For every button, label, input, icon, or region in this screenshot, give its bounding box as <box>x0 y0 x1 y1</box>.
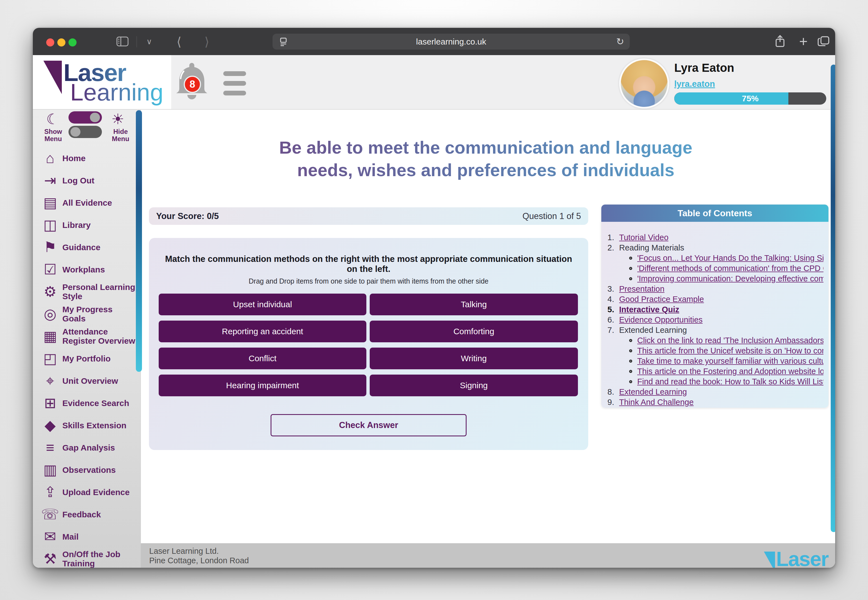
method-tile[interactable]: Writing <box>370 348 578 369</box>
sidebar-item[interactable]: ⌖ Unit Overview <box>33 370 141 392</box>
sidebar-item[interactable]: ◫ Library <box>33 214 141 236</box>
all-evidence-icon: ▤ <box>40 194 60 211</box>
zoom-window-button[interactable] <box>68 38 77 47</box>
avatar[interactable] <box>619 58 669 109</box>
toggle-knob <box>70 127 80 136</box>
toc-entry[interactable]: This article on the Fostering and Adopti… <box>607 366 824 377</box>
toc-entry-number: 6. <box>607 315 619 324</box>
sidebar-item[interactable]: ▥ Observations <box>33 459 141 481</box>
toc-entry[interactable]: 'Focus on... Let Your Hands Do the Talki… <box>607 253 824 263</box>
toc-entry[interactable]: 8. Extended Learning <box>607 387 824 397</box>
toc-entry[interactable]: 5. Interactive Quiz <box>607 305 824 315</box>
my-progress-goals-icon: ◎ <box>40 306 60 322</box>
share-icon[interactable] <box>771 28 789 55</box>
address-bar[interactable]: laserlearning.co.uk ↻ <box>273 34 630 50</box>
toc-entry[interactable]: 4. Good Practice Example <box>607 294 824 305</box>
toc-entry-text: Evidence Opportunities <box>619 315 703 324</box>
sidebar-item[interactable]: ☏ Feedback <box>33 503 141 526</box>
toc-entry[interactable]: 'Different methods of communication' fro… <box>607 263 824 274</box>
moon-icon: ☾ <box>46 111 59 127</box>
toc-entry-number: 5. <box>607 305 619 314</box>
progress-percent-label: 75% <box>674 92 826 105</box>
method-tile[interactable]: Talking <box>370 294 578 315</box>
sidebar-item[interactable]: ⌂ Home <box>33 147 141 169</box>
new-tab-button[interactable]: + <box>795 28 812 55</box>
sidebar-item[interactable]: ◰ My Portfolio <box>33 347 141 370</box>
page-scrollbar[interactable] <box>831 65 835 532</box>
sidebar-item[interactable]: ⇥ Log Out <box>33 169 141 191</box>
sidebar-item-label: Gap Analysis <box>60 443 135 452</box>
toc-entry-text: Find and read the book: How to Talk so K… <box>637 377 824 386</box>
sidebar-item[interactable]: ⚙ Personal Learning Style <box>33 280 141 303</box>
chevron-down-icon[interactable]: ∨ <box>144 28 155 55</box>
sidebar-item[interactable]: ▦ Attendance Register Overview <box>33 325 141 347</box>
sidebar-item-label: Mail <box>60 532 135 541</box>
notifications-button[interactable]: 8 <box>174 61 209 103</box>
quiz-hint: Drag and Drop items from one side to pai… <box>160 277 577 285</box>
toc-title: Table of Contents <box>601 205 829 222</box>
sidebar-item[interactable]: ▤ All Evidence <box>33 191 141 214</box>
sidebar-item[interactable]: ☑ Workplans <box>33 258 141 280</box>
onoff-the-job-training-icon: ⚒ <box>40 550 60 567</box>
toc-entry-text: Extended Learning <box>619 387 687 397</box>
check-answer-button[interactable]: Check Answer <box>270 414 467 436</box>
user-profile-link[interactable]: lyra.eaton <box>674 79 715 89</box>
guidance-icon: ⚑ <box>40 239 60 256</box>
page-footer: Laser Learning Ltd. Pine Cottage, London… <box>141 543 835 568</box>
toc-entry[interactable]: 2. Reading Materials <box>607 243 824 253</box>
sidebar-item[interactable]: ✉ Mail <box>33 526 141 548</box>
sidebar-item[interactable]: ⇪ Upload Evidence <box>33 481 141 503</box>
situation-tile[interactable]: Upset individual <box>159 294 366 315</box>
sidebar-item[interactable]: ◆ Skills Extension <box>33 414 141 436</box>
method-tile[interactable]: Comforting <box>370 321 578 342</box>
toc-bullet-icon <box>629 267 632 270</box>
user-name: Lyra Eaton <box>674 61 734 74</box>
progress-bar: 75% <box>674 92 826 105</box>
toc-entry[interactable]: 'Improving communication: Developing eff… <box>607 274 824 284</box>
toc-entry[interactable]: Find and read the book: How to Talk so K… <box>607 377 824 387</box>
toc-entry[interactable]: Click on the link to read 'The Inclusion… <box>607 335 824 345</box>
browser-chrome: ∨ ⟨ ⟩ laserlearning.co.uk ↻ + <box>33 28 835 55</box>
toc-entry-number: 7. <box>607 326 619 335</box>
sidebar-toggle-icon[interactable] <box>114 28 131 55</box>
sidebar-item[interactable]: ⚒ On/Off the Job Training <box>33 548 141 568</box>
my-portfolio-icon: ◰ <box>40 350 60 367</box>
method-tile[interactable]: Signing <box>370 374 578 396</box>
back-button[interactable]: ⟨ <box>172 28 186 55</box>
hamburger-menu-button[interactable] <box>223 71 246 100</box>
sidebar-item[interactable]: ≡ Gap Analysis <box>33 436 141 459</box>
menu-toggle-on[interactable] <box>68 111 102 124</box>
situation-tile[interactable]: Hearing impairment <box>159 374 366 396</box>
situation-tile[interactable]: Conflict <box>159 348 366 369</box>
laser-learning-logo[interactable]: Laser Learning <box>43 60 163 105</box>
toggle-knob <box>90 113 100 122</box>
menu-toggle-off[interactable] <box>68 126 102 138</box>
tab-overview-icon[interactable] <box>815 28 832 55</box>
quiz-instruction: Match the communication methods on the r… <box>160 254 577 274</box>
sidebar-item-label: Log Out <box>60 176 135 185</box>
toc-entry[interactable]: 9. Think And Challenge <box>607 397 824 408</box>
toc-entry-text: Good Practice Example <box>619 295 704 304</box>
toc-bullet-icon <box>629 277 632 280</box>
sidebar: ☾ Show Menu ☀ Hide Menu ⌂ Home ⇥ Log Out… <box>33 110 141 568</box>
table-of-contents: Table of Contents 1. Tutorial Video 2. R… <box>601 205 829 408</box>
toc-bullet-icon <box>629 380 632 383</box>
sidebar-item[interactable]: ◎ My Progress Goals <box>33 303 141 325</box>
toc-entry[interactable]: This article from the Unicef website is … <box>607 345 824 356</box>
minimize-window-button[interactable] <box>57 38 65 47</box>
toc-entry[interactable]: 3. Presentation <box>607 284 824 294</box>
sidebar-item[interactable]: ⚑ Guidance <box>33 236 141 258</box>
hamburger-bar <box>223 81 246 86</box>
workplans-icon: ☑ <box>40 261 60 278</box>
situation-tile[interactable]: Reporting an accident <box>159 321 366 342</box>
toc-entry[interactable]: 1. Tutorial Video <box>607 232 824 243</box>
forward-button[interactable]: ⟩ <box>200 28 214 55</box>
reload-icon[interactable]: ↻ <box>616 36 624 47</box>
toc-entry[interactable]: 7. Extended Learning <box>607 325 824 335</box>
method-column: TalkingComfortingWritingSigning <box>370 294 578 402</box>
sidebar-scrollbar[interactable] <box>136 110 142 372</box>
sidebar-item[interactable]: ⊞ Evidence Search <box>33 392 141 414</box>
toc-entry[interactable]: 6. Evidence Opportunities <box>607 315 824 325</box>
close-window-button[interactable] <box>46 38 54 47</box>
toc-entry[interactable]: Take time to make yourself familiar with… <box>607 356 824 366</box>
